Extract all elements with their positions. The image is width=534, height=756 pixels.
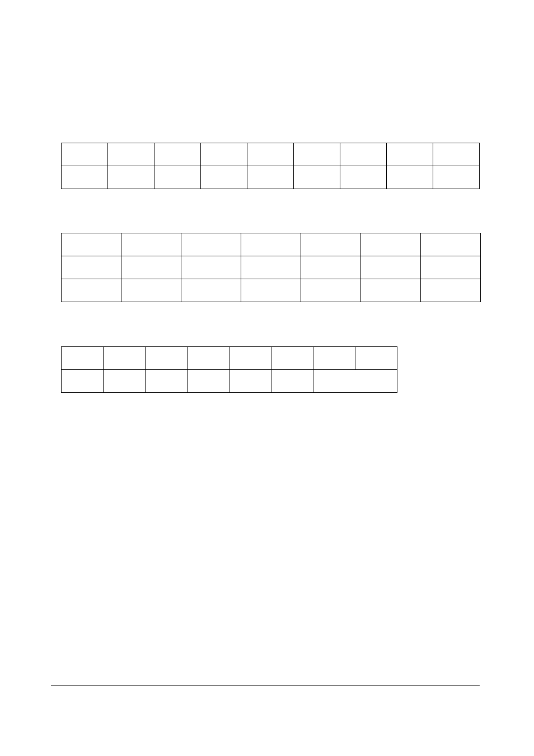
cell <box>387 143 433 166</box>
cell <box>62 143 108 166</box>
cell <box>104 370 146 393</box>
cell <box>188 347 229 370</box>
table-row <box>62 166 480 189</box>
cell <box>181 233 241 256</box>
page <box>0 0 534 756</box>
cell <box>247 143 294 166</box>
cell <box>146 347 188 370</box>
cell <box>62 166 108 189</box>
cell <box>62 256 121 279</box>
cell <box>294 166 340 189</box>
table-row <box>62 233 481 256</box>
cell <box>201 166 247 189</box>
table-row <box>62 279 481 302</box>
cell <box>301 233 361 256</box>
cell <box>301 279 361 302</box>
footer-rule <box>51 685 480 686</box>
table-1 <box>61 143 480 189</box>
cell <box>361 233 421 256</box>
cell <box>313 347 355 370</box>
cell <box>154 166 201 189</box>
cell <box>229 347 271 370</box>
cell <box>361 256 421 279</box>
cell <box>229 370 271 393</box>
cell <box>271 347 313 370</box>
cell <box>340 143 387 166</box>
cell <box>387 166 433 189</box>
cell <box>62 347 104 370</box>
cell <box>433 143 480 166</box>
cell <box>181 279 241 302</box>
cell <box>421 279 481 302</box>
cell <box>121 279 181 302</box>
cell <box>340 166 387 189</box>
cell <box>104 347 146 370</box>
cell <box>241 233 301 256</box>
cell <box>433 166 480 189</box>
cell <box>62 233 121 256</box>
cell <box>241 256 301 279</box>
cell <box>241 279 301 302</box>
cell <box>301 256 361 279</box>
cell <box>146 370 188 393</box>
table-2 <box>61 233 481 302</box>
cell <box>188 370 229 393</box>
cell <box>62 370 104 393</box>
cell <box>294 143 340 166</box>
cell-merged <box>313 370 397 393</box>
cell <box>181 256 241 279</box>
cell <box>355 347 397 370</box>
table-row <box>62 370 397 393</box>
table-row <box>62 143 480 166</box>
cell <box>121 233 181 256</box>
table-row <box>62 347 397 370</box>
cell <box>62 279 121 302</box>
cell <box>121 256 181 279</box>
table-row <box>62 256 481 279</box>
cell <box>154 143 201 166</box>
cell <box>247 166 294 189</box>
table-3 <box>61 346 397 393</box>
cell <box>421 256 481 279</box>
cell <box>271 370 313 393</box>
cell <box>361 279 421 302</box>
cell <box>108 143 154 166</box>
cell <box>108 166 154 189</box>
cell <box>421 233 481 256</box>
cell <box>201 143 247 166</box>
